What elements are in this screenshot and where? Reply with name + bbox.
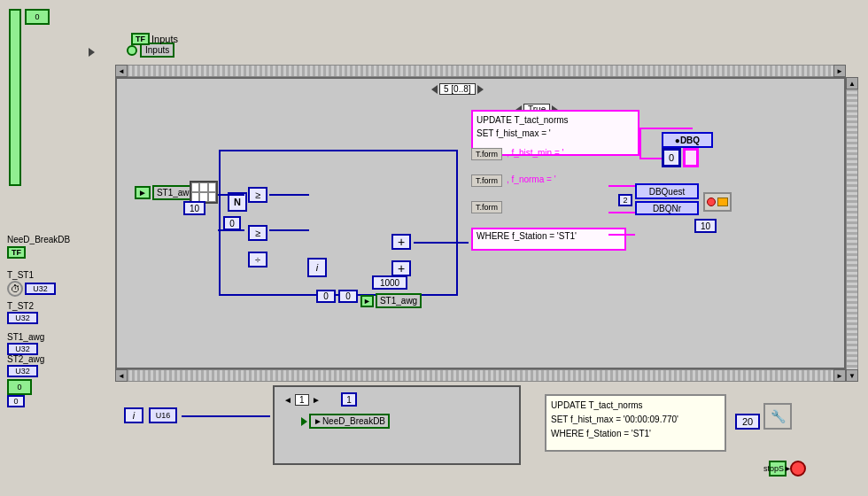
sql-result-line1: UPDATE T_tact_norms: [551, 399, 720, 413]
dbq-box: ●DBQ: [662, 132, 713, 148]
wire-h4: [269, 229, 309, 231]
wire-bottom-h: [182, 415, 270, 417]
u32-box-2: U32: [7, 312, 38, 324]
two-box: 2: [618, 194, 632, 206]
tri-right-iter: ►: [312, 395, 321, 405]
tri-left-iter: ◄: [283, 395, 292, 405]
st1-awg-arrow: ►: [135, 186, 151, 199]
scroll-bottom-right[interactable]: ►: [833, 369, 846, 382]
range-container: 5 [0..8]: [431, 83, 484, 95]
diagram-area: 5 [0..8] True UPDATE T_tact_norms SET f_…: [115, 77, 846, 369]
st1-bottom-arrow: ►: [360, 295, 374, 307]
need-break-label: NeeD_BreakDB: [7, 235, 70, 244]
scroll-bottom[interactable]: [115, 369, 846, 382]
ten-box-left: 10: [183, 201, 205, 215]
zero-loop: 0: [223, 216, 241, 230]
small-box-bottom: 0: [7, 395, 25, 407]
sql-update-text1: UPDATE T_tact_norms: [477, 113, 634, 127]
scroll-top[interactable]: [115, 65, 846, 77]
input-arrow: [89, 48, 95, 57]
t-st1-row: ⏱ U32: [7, 281, 56, 297]
wire-h1: [218, 194, 244, 196]
iter-dropdown[interactable]: 1: [295, 394, 309, 406]
pink-wire-h3: [608, 185, 635, 187]
wire-h5: [414, 242, 469, 244]
error-box: [717, 198, 728, 206]
t-st2-indicator: T_ST2 U32: [7, 301, 38, 324]
sql-update-text2: SET f_hist_max = ': [477, 127, 634, 140]
grid-cell: [191, 182, 199, 192]
stop-container: stopS►: [769, 461, 806, 477]
need-break-tf-box: TF: [7, 246, 26, 259]
pink-wire-h2: [639, 128, 693, 129]
pink-wire-h5: [608, 234, 635, 236]
counter-box: 0: [25, 9, 50, 25]
wire-h2: [218, 229, 244, 231]
need-break-indicator: NeeD_BreakDB TF: [7, 235, 70, 259]
tf-box: TF: [131, 33, 150, 45]
t-st1-indicator: T_ST1 ⏱ U32: [7, 270, 56, 297]
range-dropdown[interactable]: 5 [0..8]: [439, 83, 476, 95]
op-box-3: ÷: [248, 252, 267, 267]
clock-icon: ⏱: [7, 281, 23, 297]
u32-box-3: U32: [7, 343, 38, 355]
tri-left-icon: [431, 85, 438, 94]
dbnr-box: DBQNr: [635, 201, 699, 215]
sql-where-box: WHERE f_Station = 'ST1': [471, 228, 626, 251]
i-box: i: [307, 258, 327, 277]
sidebar-green-bar: [9, 9, 21, 186]
zero-b1: 0: [316, 290, 336, 303]
loop-box: [219, 150, 458, 296]
sql-result-line3: WHERE f_Station = 'ST1': [551, 427, 720, 441]
sql-result-box: UPDATE T_tact_norms SET f_hist_max = '00…: [545, 394, 726, 452]
grid-cell: [208, 192, 216, 202]
thousand-box: 1000: [372, 275, 407, 290]
u16-box: U16: [149, 407, 177, 423]
scroll-right-arrow[interactable]: ►: [833, 65, 846, 77]
error-dot: [707, 198, 716, 206]
st1-awg-ind-label: ST1_awg: [7, 332, 44, 342]
st1-awg-ind-row: U32: [7, 343, 44, 355]
counter-bottom: 0: [7, 379, 32, 395]
ten-box-right: 10: [694, 219, 717, 233]
zero-box: 0: [662, 148, 681, 167]
main-canvas: 0 Inputs TF Inputs ◄ ► 5 [0..8] True: [0, 0, 868, 496]
iter-container: ◄ 1 ►: [283, 394, 321, 406]
pink-text-1: , f_hist_min = ': [507, 148, 563, 158]
scroll-right[interactable]: [846, 77, 858, 382]
grid-cell: [199, 182, 207, 192]
scroll-top-arrow[interactable]: ▲: [846, 77, 858, 89]
scroll-down-arrow[interactable]: ▼: [846, 369, 858, 382]
tform-box-3: T.form: [471, 201, 502, 213]
tform-box-1: T.form: [471, 148, 502, 160]
pink-text-2: , f_norma = ': [507, 174, 556, 184]
grid-cell: [208, 182, 216, 192]
st1-bottom: ► ST1_awg: [360, 293, 422, 308]
pink-square: [683, 148, 699, 167]
stop-button[interactable]: stopS►: [769, 461, 787, 477]
t-st1-label: T_ST1: [7, 270, 56, 280]
need-break-bottom-node: ►NeeD_BreakDB: [301, 414, 390, 429]
op-box-2: ≥: [248, 225, 267, 241]
pink-wire-h4: [608, 212, 635, 213]
t-st2-label: T_ST2: [7, 301, 38, 311]
need-break-bottom-label: ►NeeD_BreakDB: [309, 414, 390, 429]
stop-red-circle[interactable]: [790, 461, 806, 477]
st2-awg-indicator: ST2_awg U32: [7, 354, 44, 377]
bottom-frame: ◄ 1 ► 1 ►NeeD_BreakDB: [273, 385, 521, 465]
wire-h3: [269, 194, 309, 196]
one-box: 1: [341, 392, 357, 407]
u32-box-4: U32: [7, 365, 38, 377]
pink-wire-h1: [639, 158, 662, 159]
error-area: [703, 192, 732, 212]
st1-bottom-label: ST1_awg: [376, 293, 422, 308]
sql-result-line2: SET f_hist_max = '00:00:09.770': [551, 413, 720, 427]
scroll-left-arrow[interactable]: ◄: [115, 65, 128, 77]
u32-box-1: U32: [25, 283, 56, 295]
need-break-tf: TF: [7, 246, 70, 259]
pink-wire-v1: [639, 128, 641, 159]
tf-container: TF Inputs: [131, 33, 178, 45]
scroll-bottom-left[interactable]: ◄: [115, 369, 128, 382]
tform-box-2: T.form: [471, 174, 502, 187]
op-box-1: ≥: [248, 187, 267, 203]
